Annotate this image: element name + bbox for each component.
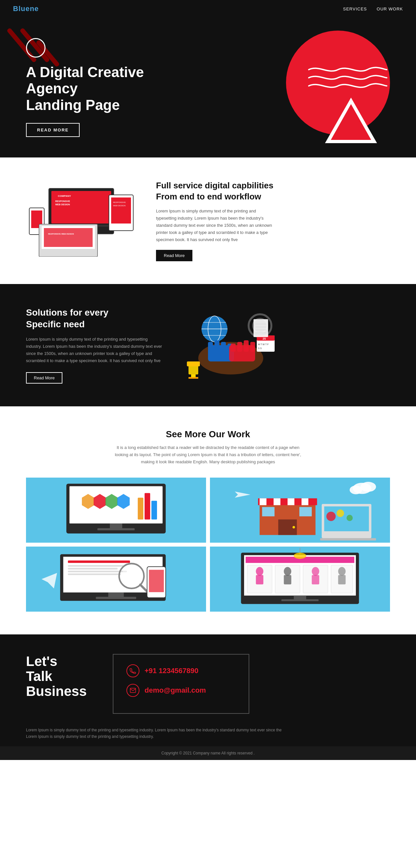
svg-rect-74 [262, 507, 274, 516]
service-body: Lorem Ipsum is simply dummy text of the … [156, 208, 273, 243]
service-text-block: Full service digital capbilities From en… [156, 180, 390, 261]
svg-rect-98 [149, 570, 164, 592]
footer-tagline-text: Let's Talk Business [26, 654, 87, 699]
svg-rect-91 [68, 568, 118, 569]
svg-marker-1 [331, 104, 371, 140]
svg-rect-89 [68, 560, 130, 563]
svg-point-84 [350, 486, 362, 494]
footer-bottom: Copyright © 2021 Company name All rights… [0, 746, 416, 760]
hero-cta-button[interactable]: READ MORE [26, 123, 80, 137]
svg-rect-61 [145, 493, 150, 519]
svg-text:COMPANY: COMPANY [58, 194, 71, 197]
svg-text:25: 25 [263, 337, 266, 340]
svg-rect-119 [281, 599, 319, 601]
svg-rect-42 [188, 377, 198, 379]
svg-rect-62 [151, 501, 157, 519]
hero-section: A Digital Creative Agency Landing Page R… [0, 18, 416, 157]
nav-link-our-work[interactable]: OUR WORK [377, 6, 403, 11]
solutions-section: Solutions for every Specific need Lorem … [0, 284, 416, 406]
svg-rect-30 [208, 342, 213, 352]
svg-text:WEB DESIGN: WEB DESIGN [113, 205, 126, 207]
hero-title: A Digital Creative Agency Landing Page [26, 64, 144, 114]
svg-rect-69 [274, 498, 280, 505]
svg-point-110 [256, 567, 263, 576]
svg-rect-117 [338, 575, 345, 584]
work-card-documents [26, 547, 206, 612]
svg-rect-63 [110, 524, 122, 528]
service-read-more-button[interactable]: Read More [156, 250, 193, 261]
svg-point-73 [292, 526, 295, 528]
svg-text:RESPONSIVE: RESPONSIVE [55, 200, 70, 203]
svg-rect-60 [138, 497, 143, 519]
solutions-body: Lorem Ipsum is simply dummy text of the … [26, 336, 163, 364]
svg-text:WEB DESIGN: WEB DESIGN [55, 203, 70, 206]
svg-rect-100 [108, 592, 124, 597]
svg-rect-18 [44, 228, 93, 247]
solutions-read-more-button[interactable]: Read More [26, 372, 62, 383]
solutions-illustration: 25 M T W T F S S [182, 309, 279, 381]
wave-icon [306, 63, 390, 96]
svg-point-121 [294, 552, 306, 559]
svg-rect-64 [98, 528, 135, 530]
solutions-text-block: Solutions for every Specific need Lorem … [26, 307, 163, 383]
footer-tagline: Let's Talk Business [26, 654, 87, 699]
footer-phone-item: +91 1234567890 [127, 664, 236, 677]
svg-point-83 [360, 482, 376, 492]
footer-copyright: Copyright © 2021 Company name All rights… [5, 751, 411, 755]
brand-logo[interactable]: Bluene [13, 5, 39, 13]
svg-rect-101 [96, 597, 136, 599]
svg-rect-36 [244, 340, 249, 352]
footer-phone-value: +91 1234567890 [145, 666, 199, 675]
svg-point-95 [122, 566, 141, 586]
svg-rect-40 [187, 362, 200, 366]
svg-rect-37 [237, 342, 242, 352]
phone-icon [127, 664, 139, 677]
svg-point-112 [284, 567, 291, 576]
svg-text:S S: S S [258, 347, 262, 349]
svg-text:RESPONSIVE: RESPONSIVE [113, 202, 126, 203]
svg-rect-70 [288, 498, 294, 505]
svg-rect-90 [68, 565, 124, 567]
footer-email-item: demo@gmail.com [127, 684, 236, 697]
footer-email-value: demo@gmail.com [145, 686, 206, 694]
svg-point-80 [337, 509, 344, 517]
work-card-store [210, 477, 390, 542]
svg-rect-68 [260, 498, 267, 505]
solutions-heading: Solutions for every Specific need [26, 307, 163, 331]
svg-rect-32 [221, 342, 226, 352]
svg-rect-75 [299, 507, 312, 516]
svg-point-114 [312, 567, 319, 576]
svg-rect-118 [294, 595, 306, 599]
hero-illustration [228, 18, 416, 157]
footer: Let's Talk Business +91 1234567890 [0, 634, 416, 760]
work-card-fashion [210, 547, 390, 612]
footer-top: Let's Talk Business +91 1234567890 [26, 654, 390, 714]
service-heading: Full service digital capbilities From en… [156, 180, 390, 203]
svg-rect-48 [253, 319, 268, 337]
svg-point-116 [338, 567, 345, 576]
work-section: See More Our Work It is a long establish… [0, 406, 416, 634]
svg-rect-115 [312, 575, 319, 584]
hero-circle-decoration [26, 38, 45, 58]
svg-text:RESPONSIVE WEB DESIGN: RESPONSIVE WEB DESIGN [48, 233, 74, 235]
triangle-icon [322, 94, 380, 148]
svg-rect-38 [231, 344, 236, 352]
svg-rect-31 [214, 340, 219, 352]
footer-contact-box: +91 1234567890 demo@gmail.com [113, 654, 249, 714]
svg-rect-113 [284, 575, 291, 584]
footer-body-text: Lorem Ipsum is simply dummy text of the … [26, 727, 286, 747]
service-section: COMPANY RESPONSIVE WEB DESIGN RESPONSIVE… [0, 157, 416, 284]
svg-rect-35 [250, 342, 255, 352]
work-description: It is a long established fact that a rea… [110, 444, 306, 466]
nav-links: SERVICES OUR WORK [343, 6, 403, 11]
work-card-analytics [26, 477, 206, 542]
svg-rect-71 [302, 498, 308, 505]
nav-link-services[interactable]: SERVICES [343, 6, 367, 11]
work-heading: See More Our Work [26, 429, 390, 439]
hero-content: A Digital Creative Agency Landing Page R… [26, 38, 144, 137]
svg-rect-111 [256, 575, 263, 584]
svg-rect-93 [68, 573, 120, 575]
svg-rect-78 [320, 538, 376, 540]
navbar: Bluene SERVICES OUR WORK [0, 0, 416, 18]
devices-illustration: COMPANY RESPONSIVE WEB DESIGN RESPONSIVE… [26, 185, 137, 257]
